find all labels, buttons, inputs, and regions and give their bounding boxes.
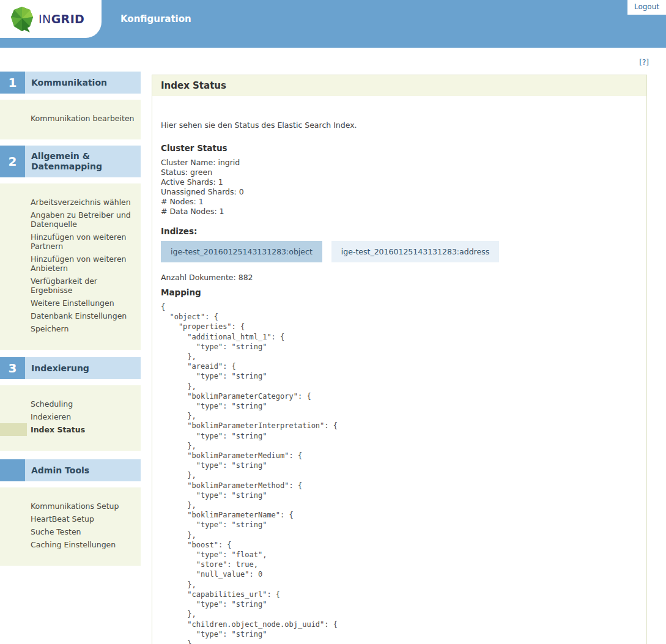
section-number-2: 2: [0, 146, 25, 177]
section-number-admin: [0, 459, 25, 481]
section-number-1: 1: [0, 72, 25, 94]
indices-heading: Indizes:: [161, 226, 638, 236]
unassigned-shards-line: Unassigned Shards: 0: [161, 187, 638, 197]
page-title: Konfiguration: [120, 13, 191, 24]
cluster-status-details: Cluster Name: ingrid Status: green Activ…: [161, 158, 638, 217]
sidebar-items-indexierung: Scheduling Indexieren Index Status: [0, 385, 141, 451]
brand-wordmark: INGRID: [39, 12, 84, 26]
section-title-allgemein: Allgemein & Datenmapping: [25, 146, 141, 177]
cluster-status-line: Status: green: [161, 168, 638, 177]
sidebar-section-indexierung: 3 Indexierung: [0, 357, 141, 379]
sidebar-item-index-status[interactable]: Index Status: [0, 423, 141, 436]
intro-text: Hier sehen sie den Status des Elastic Se…: [161, 120, 638, 130]
content-body: Hier sehen sie den Status des Elastic Se…: [152, 96, 646, 644]
sidebar-items-allgemein: Arbeitsverzeichnis wählen Angaben zu Bet…: [0, 183, 141, 350]
content-title: Index Status: [152, 75, 646, 96]
content-panel: Index Status Hier sehen sie den Status d…: [152, 75, 647, 644]
sidebar-item-kommunikation-bearbeiten[interactable]: Kommunikation bearbeiten: [0, 112, 141, 125]
cluster-status-heading: Cluster Status: [161, 143, 638, 153]
mapping-json-code: { "object": { "properties": { "additiona…: [161, 302, 638, 644]
index-tab-address[interactable]: ige-test_20160125143131283:address: [331, 241, 499, 262]
data-nodes-line: # Data Nodes: 1: [161, 207, 638, 217]
section-title-admin-tools: Admin Tools: [25, 459, 141, 481]
logout-button[interactable]: Logout: [627, 0, 666, 15]
sidebar-item-heartbeat-setup[interactable]: HeartBeat Setup: [0, 513, 141, 525]
section-title-kommunikation: Kommunikation: [25, 72, 141, 94]
sidebar-items-admin-tools: Kommunikations Setup HeartBeat Setup Suc…: [0, 487, 141, 566]
sidebar-section-allgemein: 2 Allgemein & Datenmapping: [0, 146, 141, 177]
help-link[interactable]: [?]: [639, 58, 649, 67]
sidebar-item-weitere-anbieter[interactable]: Hinzufügen von weiteren Anbietern: [0, 253, 141, 275]
section-number-3: 3: [0, 357, 25, 379]
nodes-line: # Nodes: 1: [161, 197, 638, 207]
sidebar-item-kommunikations-setup[interactable]: Kommunikations Setup: [0, 500, 141, 513]
sidebar-item-weitere-einstellungen[interactable]: Weitere Einstellungen: [0, 297, 141, 309]
sidebar-item-indexieren[interactable]: Indexieren: [0, 410, 141, 423]
index-tabs: ige-test_20160125143131283:object ige-te…: [161, 241, 638, 262]
cluster-name-line: Cluster Name: ingrid: [161, 158, 638, 168]
mapping-heading: Mapping: [161, 287, 638, 297]
sidebar-item-scheduling[interactable]: Scheduling: [0, 398, 141, 410]
sidebar-items-kommunikation: Kommunikation bearbeiten: [0, 100, 141, 139]
section-title-indexierung: Indexierung: [25, 357, 141, 379]
active-shards-line: Active Shards: 1: [161, 177, 638, 187]
logo: INGRID: [0, 0, 102, 38]
sidebar-item-datenbank-einstellungen[interactable]: Datenbank Einstellungen: [0, 309, 141, 322]
sidebar-item-speichern[interactable]: Speichern: [0, 322, 141, 335]
document-count: Anzahl Dokumente: 882: [161, 273, 638, 282]
sidebar-item-weitere-partner[interactable]: Hinzufügen von weiteren Partnern: [0, 231, 141, 253]
sidebar-section-kommunikation: 1 Kommunikation: [0, 72, 141, 94]
index-tab-object[interactable]: ige-test_20160125143131283:object: [161, 241, 322, 262]
ingrid-logo-icon: [10, 6, 34, 32]
app-header: INGRID Konfiguration Logout: [0, 0, 666, 48]
sidebar-item-caching-einstellungen[interactable]: Caching Einstellungen: [0, 538, 141, 551]
sidebar-item-verfuegbarkeit[interactable]: Verfügbarkeit der Ergebnisse: [0, 275, 141, 297]
sidebar-section-admin-tools: Admin Tools: [0, 459, 141, 481]
sidebar-item-angaben-betreiber[interactable]: Angaben zu Betreiber und Datenquelle: [0, 209, 141, 231]
sidebar-item-suche-testen[interactable]: Suche Testen: [0, 525, 141, 538]
sidebar: 1 Kommunikation Kommunikation bearbeiten…: [0, 72, 141, 566]
sidebar-item-arbeitsverzeichnis[interactable]: Arbeitsverzeichnis wählen: [0, 196, 141, 209]
